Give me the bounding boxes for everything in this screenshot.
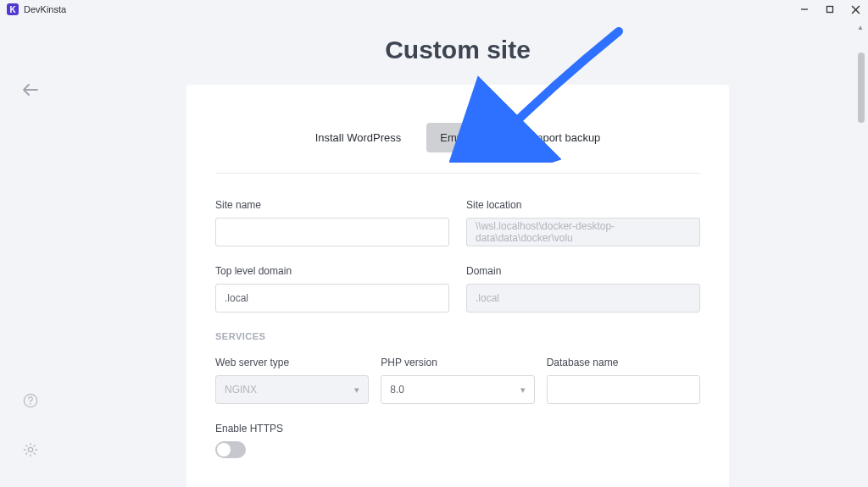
chevron-down-icon: ▾: [520, 385, 526, 396]
left-sidebar: [0, 19, 61, 487]
help-icon[interactable]: [19, 389, 42, 412]
services-section-label: SERVICES: [215, 331, 700, 341]
domain-input: .local: [466, 284, 700, 313]
window-minimize-button[interactable]: [792, 0, 817, 19]
domain-label: Domain: [466, 265, 700, 277]
tab-install-wordpress[interactable]: Install WordPress: [302, 123, 415, 152]
php-version-select[interactable]: 8.0 ▾: [381, 375, 534, 404]
tld-input[interactable]: .local: [215, 284, 449, 313]
enable-https-toggle[interactable]: [215, 441, 246, 458]
site-location-label: Site location: [466, 199, 700, 211]
svg-rect-1: [827, 7, 833, 13]
tab-empty-site[interactable]: Empty site: [426, 123, 505, 152]
svg-point-5: [30, 403, 31, 405]
app-logo: K: [7, 3, 19, 15]
chevron-down-icon: ▾: [354, 385, 359, 396]
database-name-label: Database name: [547, 357, 700, 368]
web-server-select[interactable]: NGINX ▾: [215, 375, 369, 404]
web-server-label: Web server type: [215, 357, 369, 368]
site-form-card: Install WordPress Empty site Import back…: [186, 85, 729, 487]
page-title: Custom site: [61, 36, 854, 64]
site-name-label: Site name: [215, 199, 449, 211]
divider: [215, 173, 700, 174]
settings-icon[interactable]: [19, 438, 42, 462]
tab-import-backup[interactable]: Import backup: [517, 123, 614, 152]
svg-point-6: [28, 447, 32, 451]
tab-bar: Install WordPress Empty site Import back…: [215, 123, 700, 152]
site-location-input: \\wsl.localhost\docker-desktop-data\data…: [466, 218, 700, 246]
database-name-input[interactable]: [547, 375, 700, 404]
app-title: DevKinsta: [24, 4, 66, 14]
php-version-label: PHP version: [381, 357, 534, 368]
main-area: Custom site Install WordPress Empty site…: [61, 19, 854, 487]
tld-label: Top level domain: [215, 265, 449, 277]
window-maximize-button[interactable]: [817, 0, 843, 19]
scroll-up-icon[interactable]: ▲: [857, 24, 864, 31]
back-button[interactable]: [19, 78, 42, 102]
scrollbar-thumb[interactable]: [858, 53, 865, 123]
site-name-input[interactable]: [215, 218, 449, 246]
enable-https-label: Enable HTTPS: [215, 423, 700, 434]
window-close-button[interactable]: [843, 0, 868, 19]
title-bar: K DevKinsta: [0, 0, 868, 19]
